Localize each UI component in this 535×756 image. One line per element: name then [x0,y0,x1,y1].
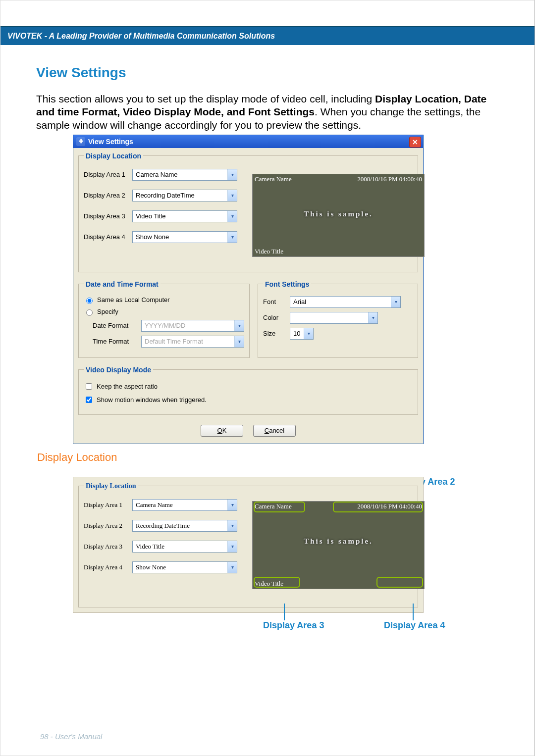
radio-specify-input[interactable] [86,309,93,316]
size-value: 10 [293,330,300,337]
area4-value: Show None [136,233,169,241]
chk-keep-aspect-input[interactable] [86,383,92,390]
date-format-label: Date Format [93,322,135,329]
dialog-title: View Settings [88,138,133,146]
date-format-combo: YYYY/MM/DD▾ [141,320,244,332]
cancel-button[interactable]: Cancel [253,425,296,437]
area4-value2: Show None [136,563,166,571]
area3-combo[interactable]: Video Title▾ [132,210,237,222]
chevron-down-icon: ▾ [227,232,237,243]
chk-show-motion-input[interactable] [86,397,92,403]
font-label: Font [263,298,284,305]
area4-combo[interactable]: Show None▾ [132,231,237,243]
preview-bottomleft2: Video Title [255,580,283,588]
page-footer: 98 - User's Manual [40,732,102,741]
datetime-group: Date and Time Format Same as Local Compu… [78,280,250,358]
color-label: Color [263,314,284,321]
chevron-down-icon: ▾ [227,190,237,201]
preview-bottomleft: Video Title [255,248,283,255]
radio-same-label: Same as Local Computer [97,296,170,303]
ok-button[interactable]: OK [201,425,243,437]
time-format-combo: Default Time Format▾ [141,336,244,348]
area3-label2: Display Area 3 [84,543,132,551]
area1-label2: Display Area 1 [84,501,132,509]
radio-specify-label: Specify [97,308,118,315]
font-value: Arial [293,298,306,305]
chevron-down-icon: ▾ [391,297,400,307]
area2-label: Display Area 2 [84,192,132,199]
chevron-down-icon: ▾ [227,541,237,552]
callout-area4 [376,577,423,588]
chk-show-motion[interactable]: Show motion windows when triggered. [84,395,413,404]
area3-label: Display Area 3 [84,212,132,220]
date-format-value: YYYY/MM/DD [145,322,185,329]
font-group: Font Settings Font Arial▾ Color ▾ Size 1… [258,280,418,358]
time-format-label: Time Format [93,338,135,345]
color-combo[interactable]: ▾ [290,312,378,324]
size-label: Size [263,330,284,337]
chevron-down-icon: ▾ [227,562,237,573]
preview-topright: 2008/10/16 PM 04:00:40 [357,175,422,183]
area2-value: Recording DateTime [136,192,195,199]
preview-pane: Camera Name 2008/10/16 PM 04:00:40 Video… [252,174,425,257]
leader-line [413,604,414,620]
view-settings-dialog: ✚ View Settings ✕ Display Location Displ… [73,135,424,444]
preview-topleft: Camera Name [255,175,292,183]
display-location-legend: Display Location [84,152,143,160]
area2-combo2[interactable]: Recording DateTime▾ [132,520,237,532]
video-mode-legend: Video Display Mode [84,366,153,374]
chevron-down-icon: ▾ [227,169,237,180]
area2-value2: Recording DateTime [136,522,190,530]
area4-label: Display Area 4 [84,233,132,241]
area1-value: Camera Name [136,171,178,178]
area1-combo2[interactable]: Camera Name▾ [132,499,237,511]
preview-pane2: Camera Name 2008/10/16 PM 04:00:40 Video… [252,501,425,589]
chevron-down-icon: ▾ [227,520,237,531]
chk-show-motion-label: Show motion windows when triggered. [97,396,207,403]
ann-area3: Display Area 3 [263,620,324,631]
font-legend: Font Settings [263,280,311,288]
area1-combo[interactable]: Camera Name▾ [132,169,237,181]
datetime-legend: Date and Time Format [84,280,160,288]
display-location-panel: Display Location Display Area 1 Camera N… [73,477,424,613]
radio-specify[interactable]: Specify [84,308,244,316]
chevron-down-icon: ▾ [368,312,377,323]
area4-combo2[interactable]: Show None▾ [132,561,237,573]
video-mode-group: Video Display Mode Keep the aspect ratio… [78,366,418,415]
display-location-legend2: Display Location [84,482,138,490]
page-title: View Settings [36,65,505,81]
doc-header: VIVOTEK - A Leading Provider of Multimed… [0,27,535,45]
area4-label2: Display Area 4 [84,563,132,571]
display-location-subhead: Display Location [37,451,505,464]
chevron-down-icon: ▾ [304,328,313,339]
display-location-group: Display Location Display Area 1 Camera N… [78,152,418,272]
intro-paragraph: This section allows you to set up the di… [36,93,505,132]
preview-watermark: This is sample. [253,210,424,218]
chevron-down-icon: ▾ [234,320,244,331]
area3-value: Video Title [136,212,165,220]
preview-watermark2: This is sample. [253,537,424,546]
time-format-value: Default Time Format [145,338,203,345]
chevron-down-icon: ▾ [227,211,237,222]
intro-pre: This section allows you to set up the di… [36,93,375,104]
preview-topleft2: Camera Name [255,503,292,510]
area1-value2: Camera Name [136,501,173,509]
ann-area4: Display Area 4 [384,620,445,631]
leader-line [284,604,285,620]
close-icon[interactable]: ✕ [409,137,421,148]
area2-combo[interactable]: Recording DateTime▾ [132,190,237,202]
chk-keep-aspect-label: Keep the aspect ratio [97,383,158,390]
chk-keep-aspect[interactable]: Keep the aspect ratio [84,382,413,391]
radio-same-input[interactable] [86,298,93,304]
font-combo[interactable]: Arial▾ [290,296,401,308]
preview-topright2: 2008/10/16 PM 04:00:40 [357,503,422,510]
chevron-down-icon: ▾ [234,336,244,347]
size-combo[interactable]: 10▾ [290,328,314,340]
radio-same[interactable]: Same as Local Computer [84,296,244,304]
area3-combo2[interactable]: Video Title▾ [132,541,237,553]
area1-label: Display Area 1 [84,171,132,178]
dialog-icon: ✚ [76,137,85,146]
dialog-titlebar: ✚ View Settings ✕ [73,135,423,148]
area2-label2: Display Area 2 [84,522,132,530]
area3-value2: Video Title [136,543,164,551]
